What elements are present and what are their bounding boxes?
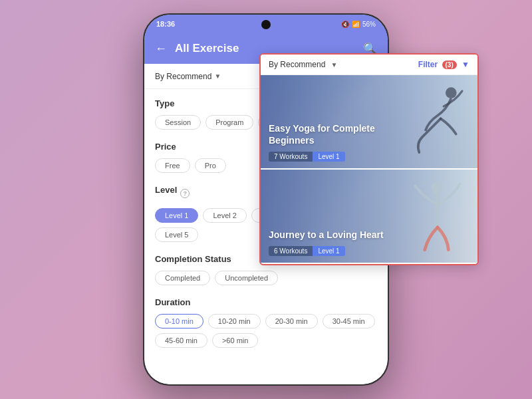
chip-0-10[interactable]: 0-10 min xyxy=(155,314,203,329)
duration-chips: 0-10 min 10-20 min 20-30 min 30-45 min 4… xyxy=(155,314,377,348)
battery-icon: 56% xyxy=(362,21,376,28)
sort-label: By Recommend xyxy=(155,72,211,81)
status-time: 18:36 xyxy=(156,20,175,28)
chip-30-45[interactable]: 30-45 min xyxy=(323,314,375,329)
results-filter-count-badge: (3) xyxy=(442,61,457,69)
svg-point-0 xyxy=(446,87,457,98)
chip-level-5[interactable]: Level 5 xyxy=(155,227,198,242)
heart-card-content: Journey to a Loving Heart 6 Workouts Lev… xyxy=(261,222,477,263)
chip-10-20[interactable]: 10-20 min xyxy=(208,314,261,329)
results-filter-button[interactable]: Filter (3) ▼ xyxy=(418,60,469,69)
yoga-card-title: Easy Yoga for CompleteBeginners xyxy=(269,122,388,146)
back-button[interactable]: ← xyxy=(155,42,167,56)
results-sort-label: By Recommend xyxy=(269,60,325,69)
camera-cutout xyxy=(261,20,271,29)
yoga-level-badge: Level 1 xyxy=(313,152,344,162)
chip-level-2[interactable]: Level 2 xyxy=(203,208,246,223)
chip-completed[interactable]: Completed xyxy=(155,271,210,285)
chip-pro[interactable]: Pro xyxy=(195,158,226,173)
results-panel: By Recommend ▼ Filter (3) ▼ Easy Yoga fo… xyxy=(259,53,479,265)
exercise-card-heart[interactable]: Journey to a Loving Heart 6 Workouts Lev… xyxy=(261,170,477,263)
status-icons: 🔇 📶 56% xyxy=(341,21,376,28)
sort-dropdown[interactable]: By Recommend ▼ xyxy=(155,72,221,81)
results-chevron-icon: ▼ xyxy=(331,61,337,68)
results-sort-dropdown[interactable]: By Recommend ▼ xyxy=(269,60,337,69)
heart-card-meta: 6 Workouts Level 1 xyxy=(269,246,469,256)
chip-45-60[interactable]: 45-60 min xyxy=(155,333,207,348)
chip-free[interactable]: Free xyxy=(155,158,190,173)
mute-icon: 🔇 xyxy=(341,21,349,28)
duration-section-title: Duration xyxy=(155,297,377,307)
wifi-icon: 📶 xyxy=(352,21,360,28)
chevron-down-icon: ▼ xyxy=(214,72,221,80)
yoga-card-meta: 7 Workouts Level 1 xyxy=(269,152,469,162)
chip-60plus[interactable]: >60 min xyxy=(212,333,258,348)
yoga-card-content: Easy Yoga for CompleteBeginners 7 Workou… xyxy=(261,116,477,168)
chip-session[interactable]: Session xyxy=(155,115,201,130)
heart-level-badge: Level 1 xyxy=(313,246,344,256)
chip-20-30[interactable]: 20-30 min xyxy=(265,314,318,329)
chip-uncompleted[interactable]: Uncompleted xyxy=(215,271,278,285)
yoga-workouts-badge: 7 Workouts xyxy=(269,152,313,162)
heart-card-title: Journey to a Loving Heart xyxy=(269,229,388,241)
heart-workouts-badge: 6 Workouts xyxy=(269,246,313,256)
chip-program[interactable]: Program xyxy=(205,115,253,130)
level-section-title: Level xyxy=(155,185,177,195)
completion-chips: Completed Uncompleted xyxy=(155,271,377,285)
exercise-card-yoga[interactable]: Easy Yoga for CompleteBeginners 7 Workou… xyxy=(261,75,477,168)
chip-level-1[interactable]: Level 1 xyxy=(155,208,198,223)
help-icon[interactable]: ? xyxy=(180,189,190,198)
svg-point-1 xyxy=(431,182,444,194)
results-filter-chevron-icon: ▼ xyxy=(462,60,469,69)
duration-section: Duration 0-10 min 10-20 min 20-30 min 30… xyxy=(155,297,377,348)
results-filter-bar: By Recommend ▼ Filter (3) ▼ xyxy=(261,55,477,75)
